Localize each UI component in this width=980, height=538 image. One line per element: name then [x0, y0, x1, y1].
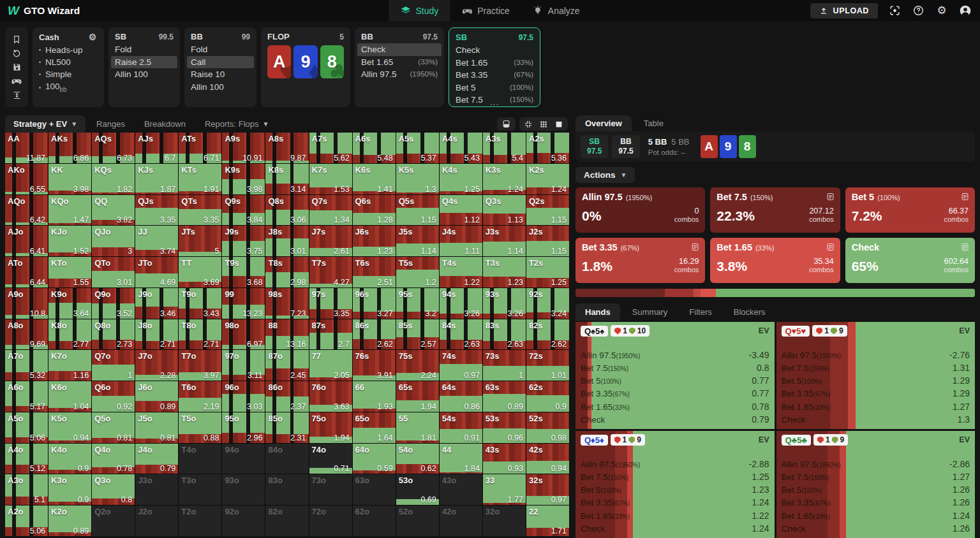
matrix-cell-J2o[interactable]: J2o — [135, 505, 178, 536]
action-row-call[interactable]: Call — [187, 56, 254, 69]
save-icon[interactable] — [10, 61, 23, 74]
matrix-cell-Q8o[interactable]: Q8o2.73 — [92, 319, 135, 350]
matrix-cell-Q5o[interactable]: Q5o0.81 — [92, 412, 135, 443]
matrix-cell-86s[interactable]: 86s2.62 — [353, 319, 396, 350]
matrix-cell-K2s[interactable]: K2s1.24 — [526, 164, 569, 194]
matrix-cell-T7o[interactable]: T7o3.97 — [179, 350, 221, 381]
matrix-cell-A3s[interactable]: A3s5.4 — [483, 133, 526, 163]
matrix-cell-AKs[interactable]: AKs6.86 — [48, 133, 91, 163]
matrix-cell-A9o[interactable]: A9o10.8 — [5, 288, 48, 319]
height-adjust-icon[interactable] — [10, 89, 23, 101]
matrix-cell-64o[interactable]: 64o0.59 — [353, 444, 396, 474]
matrix-cell-54s[interactable]: 54s0.91 — [440, 412, 482, 443]
matrix-cell-74s[interactable]: 74s0.97 — [440, 350, 482, 381]
matrix-cell-96o[interactable]: 96o3.03 — [222, 381, 265, 412]
matrix-cell-T9s[interactable]: T9s3.68 — [222, 257, 265, 287]
matrix-cell-32o[interactable]: 32o — [483, 505, 526, 536]
matrix-cell-83s[interactable]: 83s2.63 — [483, 319, 526, 350]
matrix-cell-Q9o[interactable]: Q9o3.52 — [92, 288, 135, 319]
matrix-cell-KJo[interactable]: KJo1.52 — [48, 226, 91, 256]
matrix-cell-84o[interactable]: 84o — [265, 444, 308, 474]
help-icon[interactable] — [911, 4, 925, 18]
matrix-cell-T8s[interactable]: T8s2.98 — [265, 257, 308, 287]
matrix-cell-94o[interactable]: 94o — [222, 444, 265, 474]
matrix-cell-AJs[interactable]: AJs6.7 — [135, 133, 178, 163]
matrix-cell-T5s[interactable]: T5s1.2 — [396, 257, 439, 287]
reset-icon[interactable] — [10, 47, 23, 60]
matrix-cell-33[interactable]: 331.77 — [483, 474, 526, 505]
action-row-fold[interactable]: Fold — [187, 43, 254, 56]
matrix-cell-J5s[interactable]: J5s1.14 — [396, 226, 439, 256]
action-row-bet-1.65[interactable]: Bet 1.65(33%) — [452, 57, 537, 69]
practice-gamepad-icon[interactable] — [10, 75, 23, 87]
matrix-cell-98o[interactable]: 98o6.97 — [222, 319, 265, 350]
action-row-fold[interactable]: Fold — [111, 43, 177, 56]
note-icon[interactable] — [690, 242, 700, 252]
matrix-cell-A2s[interactable]: A2s5.36 — [526, 133, 569, 163]
matrix-cell-72s[interactable]: 72s1.01 — [526, 350, 569, 381]
matrix-cell-98s[interactable]: 98s7.23 — [265, 288, 308, 319]
history-panel-sb-4[interactable]: SB97.5CheckBet 1.65(33%)Bet 3.35(67%)Bet… — [449, 27, 540, 107]
matrix-cell-J9o[interactable]: J9o3.46 — [135, 288, 178, 319]
nav-tab-analyze[interactable]: Analyze — [521, 0, 591, 21]
grid-view-icon[interactable] — [539, 120, 548, 129]
matrix-cell-A8o[interactable]: A8o9.69 — [5, 319, 48, 350]
matrix-cell-K3s[interactable]: K3s1.24 — [483, 164, 526, 194]
matrix-cell-J7o[interactable]: J7o2.28 — [135, 350, 178, 381]
matrix-cell-94s[interactable]: 94s3.26 — [440, 288, 482, 319]
matrix-cell-64s[interactable]: 64s0.86 — [440, 381, 482, 412]
note-icon[interactable] — [960, 242, 970, 252]
hand-card-Q5[interactable]: Q♦5♦19EVAllin 97.5(1950%)-2.88Bet 7.5(15… — [575, 431, 775, 538]
matrix-cell-Q6o[interactable]: Q6o0.92 — [92, 381, 135, 412]
matrix-cell-A6s[interactable]: A6s5.48 — [353, 133, 396, 163]
action-row-check[interactable]: Check — [452, 44, 537, 57]
view-split-button[interactable] — [497, 117, 516, 131]
seat-bb[interactable]: BB97.5 — [612, 135, 639, 158]
matrix-cell-JTo[interactable]: JTo4.69 — [135, 257, 178, 287]
tab-table[interactable]: Table — [634, 115, 673, 131]
matrix-cell-T2o[interactable]: T2o — [179, 505, 221, 536]
matrix-cell-83o[interactable]: 83o — [265, 474, 308, 505]
matrix-cell-K7s[interactable]: K7s1.53 — [309, 164, 352, 194]
matrix-cell-QTs[interactable]: QTs3.35 — [179, 195, 221, 226]
action-card-bet-7.5[interactable]: Bet 7.5(150%)22.3%207.12combos — [710, 187, 840, 233]
matrix-cell-T9o[interactable]: T9o3.43 — [179, 288, 221, 319]
matrix-cell-87o[interactable]: 87o2.45 — [265, 350, 308, 381]
action-card-allin-97.5[interactable]: Allin 97.5(1950%)0%0combos — [575, 187, 705, 233]
tab-filters[interactable]: Filters — [679, 303, 721, 321]
matrix-cell-95s[interactable]: 95s3.2 — [396, 288, 439, 319]
tab-blockers[interactable]: Blockers — [724, 303, 775, 321]
history-panel-sb-0[interactable]: SB99.5FoldRaise 2.5Allin 100 — [108, 27, 180, 107]
tab-summary[interactable]: Summary — [623, 303, 678, 321]
action-card-bet-1.65[interactable]: Bet 1.65(33%)3.8%35.34combos — [710, 238, 840, 283]
matrix-cell-65s[interactable]: 65s1.94 — [396, 381, 439, 412]
matrix-cell-72o[interactable]: 72o — [309, 505, 352, 536]
matrix-cell-T3s[interactable]: T3s1.23 — [483, 257, 526, 287]
matrix-cell-Q4s[interactable]: Q4s1.12 — [440, 195, 482, 226]
matrix-cell-ATo[interactable]: ATo6.44 — [5, 257, 48, 287]
matrix-cell-54o[interactable]: 54o0.62 — [396, 444, 439, 474]
matrix-tab-ranges[interactable]: Ranges — [88, 115, 133, 133]
config-panel[interactable]: Cash ⚙ Heads-upNL500Simple100bb — [33, 27, 104, 107]
fit-view-icon[interactable] — [524, 120, 533, 129]
matrix-cell-Q3s[interactable]: Q3s1.13 — [483, 195, 526, 226]
matrix-cell-T4o[interactable]: T4o — [179, 444, 221, 474]
matrix-cell-J8o[interactable]: J8o2.71 — [135, 319, 178, 350]
matrix-cell-ATs[interactable]: ATs6.71 — [179, 133, 221, 163]
matrix-cell-QQ[interactable]: QQ3.82 — [92, 195, 135, 226]
matrix-cell-A8s[interactable]: A8s9.87 — [265, 133, 308, 163]
action-row-raise-10[interactable]: Raise 10 — [187, 68, 254, 81]
matrix-cell-KQs[interactable]: KQs1.82 — [92, 164, 135, 194]
bookmark-icon[interactable] — [10, 33, 23, 46]
matrix-cell-K8s[interactable]: K8s3.14 — [265, 164, 308, 194]
matrix-cell-J4o[interactable]: J4o0.79 — [135, 444, 178, 474]
more-actions-indicator[interactable]: ... — [449, 97, 540, 107]
matrix-cell-85o[interactable]: 85o2.31 — [265, 412, 308, 443]
tab-overview[interactable]: Overview — [575, 115, 632, 131]
matrix-cell-92o[interactable]: 92o — [222, 505, 265, 536]
matrix-cell-92s[interactable]: 92s3.24 — [526, 288, 569, 319]
matrix-cell-63o[interactable]: 63o — [353, 474, 396, 505]
matrix-cell-Q6s[interactable]: Q6s1.28 — [353, 195, 396, 226]
tab-hands[interactable]: Hands — [575, 303, 620, 321]
matrix-cell-42s[interactable]: 42s0.94 — [526, 444, 569, 474]
